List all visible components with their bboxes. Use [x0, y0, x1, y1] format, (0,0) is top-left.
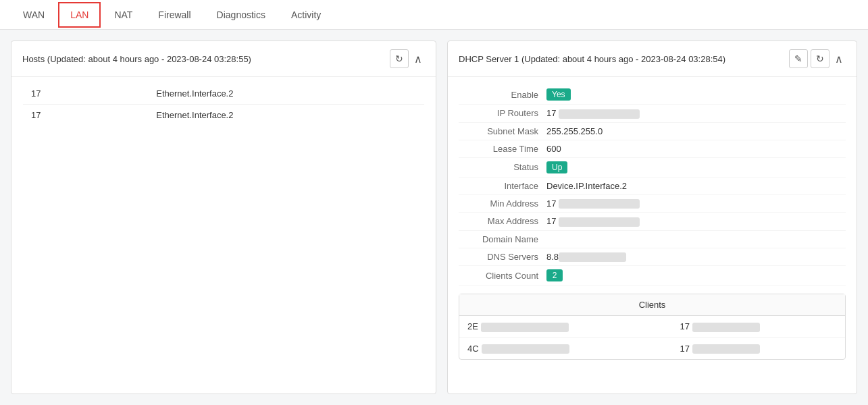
hosts-row1-blurred [100, 83, 148, 105]
field-subnet-mask: Subnet Mask 255.255.255.0 [459, 123, 846, 140]
clients-count-label: Clients Count [459, 271, 546, 281]
field-domain-name: Domain Name [459, 231, 846, 248]
max-address-value: 17 [546, 216, 846, 227]
refresh-icon: ↻ [395, 53, 403, 64]
dns-servers-value: 8.8 [546, 252, 846, 263]
dhcp-panel-title: DHCP Server 1 (Updated: about 4 hours ag… [459, 54, 725, 64]
field-status: Status Up [459, 158, 846, 178]
dhcp-refresh-button[interactable]: ↻ [811, 49, 829, 68]
client-row2-col1: 4C [459, 338, 671, 359]
dhcp-panel: DHCP Server 1 (Updated: about 4 hours ag… [447, 40, 857, 394]
refresh-icon: ↻ [816, 53, 824, 64]
hosts-row2-blurred [100, 105, 148, 126]
min-address-num: 17 [546, 198, 556, 209]
field-enable: Enable Yes [459, 85, 846, 105]
field-lease-time: Lease Time 600 [459, 140, 846, 158]
client-row1-col1: 2E [459, 316, 671, 338]
clients-header: Clients [459, 294, 845, 316]
client-row1-col2: 17 [671, 316, 845, 338]
dhcp-collapse-button[interactable]: ∧ [832, 50, 846, 68]
nav-item-lan[interactable]: LAN [58, 2, 101, 28]
hosts-row2-interface: Ethernet.Interface.2 [148, 105, 424, 126]
hosts-panel-header: Hosts (Updated: about 4 hours ago - 2023… [11, 41, 436, 77]
enable-value: Yes [546, 88, 846, 101]
min-address-value: 17 [546, 198, 846, 209]
nav-item-firewall[interactable]: Firewall [146, 2, 203, 28]
hosts-panel-actions: ↻ ∧ [390, 49, 425, 68]
domain-name-label: Domain Name [459, 234, 546, 244]
table-row: 17 Ethernet.Interface.2 [23, 83, 425, 105]
ip-routers-value: 17 [546, 108, 846, 119]
hosts-panel: Hosts (Updated: about 4 hours ago - 2023… [11, 40, 436, 394]
lease-time-label: Lease Time [459, 144, 546, 154]
max-address-num: 17 [546, 216, 556, 226]
dns-servers-label: DNS Servers [459, 252, 546, 262]
status-badge: Up [546, 161, 567, 173]
min-address-label: Min Address [459, 198, 546, 209]
clients-count-value: 2 [546, 269, 846, 281]
table-row: 2E 17 [459, 316, 845, 338]
nav-item-nat[interactable]: NAT [102, 2, 145, 28]
dhcp-edit-button[interactable]: ✎ [789, 49, 808, 68]
clients-count-badge: 2 [546, 269, 563, 281]
clients-table: 2E 17 4C 17 [459, 316, 845, 359]
ip-routers-num: 17 [546, 108, 556, 118]
hosts-refresh-button[interactable]: ↻ [390, 49, 409, 68]
clients-section: Clients 2E 17 4C [459, 294, 846, 360]
hosts-table-wrapper: 17 Ethernet.Interface.2 17 Ethernet.Inte… [11, 77, 436, 137]
field-min-address: Min Address 17 [459, 195, 846, 213]
subnet-mask-value: 255.255.255.0 [546, 126, 846, 136]
interface-value: Device.IP.Interface.2 [546, 181, 846, 191]
field-ip-routers: IP Routers 17 [459, 105, 846, 123]
status-value: Up [546, 161, 846, 173]
dns-servers-num: 8.8 [546, 252, 559, 262]
status-label: Status [459, 162, 546, 172]
nav-item-diagnostics[interactable]: Diagnostics [205, 2, 278, 28]
dhcp-panel-actions: ✎ ↻ ∧ [789, 49, 846, 68]
hosts-row1-interface: Ethernet.Interface.2 [148, 83, 424, 105]
dhcp-panel-header: DHCP Server 1 (Updated: about 4 hours ag… [448, 41, 857, 77]
nav-item-activity[interactable]: Activity [279, 2, 333, 28]
ip-routers-label: IP Routers [459, 108, 546, 118]
edit-icon: ✎ [794, 53, 802, 64]
hosts-table: 17 Ethernet.Interface.2 17 Ethernet.Inte… [22, 82, 425, 126]
hosts-row2-num: 17 [23, 105, 101, 126]
hosts-row1-num: 17 [23, 83, 101, 105]
subnet-mask-label: Subnet Mask [459, 126, 546, 136]
hosts-panel-title: Hosts (Updated: about 4 hours ago - 2023… [22, 54, 251, 64]
hosts-collapse-button[interactable]: ∧ [411, 50, 425, 68]
main-content: Hosts (Updated: about 4 hours ago - 2023… [0, 30, 868, 405]
dhcp-body: Enable Yes IP Routers 17 Subnet Mask 255… [448, 77, 857, 368]
field-clients-count: Clients Count 2 [459, 266, 846, 286]
table-row: 4C 17 [459, 338, 845, 359]
client-row2-col2: 17 [671, 338, 845, 359]
nav-bar: WAN LAN NAT Firewall Diagnostics Activit… [0, 0, 868, 30]
chevron-up-icon: ∧ [835, 53, 843, 65]
nav-item-wan[interactable]: WAN [11, 2, 57, 28]
chevron-up-icon: ∧ [414, 53, 422, 65]
enable-badge: Yes [546, 88, 571, 101]
table-row: 17 Ethernet.Interface.2 [23, 105, 425, 126]
enable-label: Enable [459, 90, 546, 100]
field-max-address: Max Address 17 [459, 213, 846, 231]
field-dns-servers: DNS Servers 8.8 [459, 248, 846, 267]
max-address-label: Max Address [459, 216, 546, 226]
field-interface: Interface Device.IP.Interface.2 [459, 178, 846, 195]
lease-time-value: 600 [546, 144, 846, 154]
interface-label: Interface [459, 181, 546, 191]
